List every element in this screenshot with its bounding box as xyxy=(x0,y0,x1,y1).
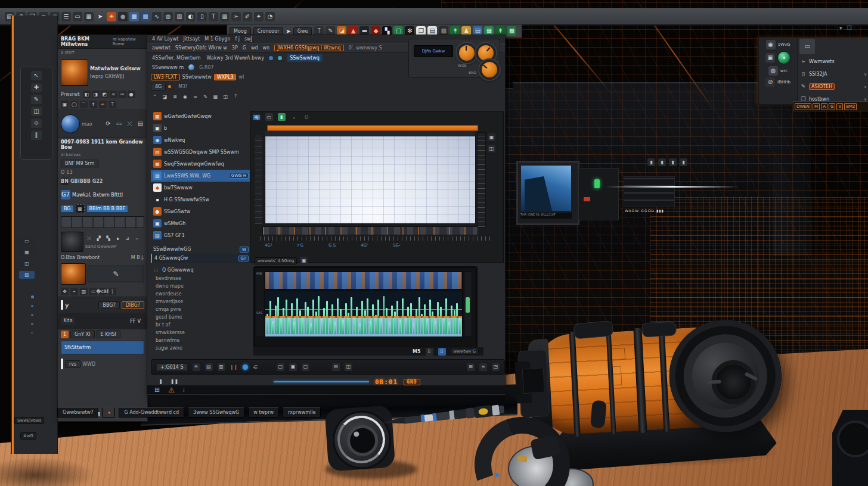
tab-topro[interactable]: w twprw xyxy=(248,407,279,418)
knob-1[interactable] xyxy=(457,43,477,63)
file-list-item[interactable]: br t af xyxy=(153,322,243,330)
globe-icon[interactable]: ◍ xyxy=(163,12,173,21)
record-blue-dot[interactable] xyxy=(243,364,248,370)
menu-row-3-chip[interactable]: SSwSwwtwq xyxy=(287,54,323,62)
file-list-item[interactable]: zmverdjase xyxy=(153,299,243,307)
tree-item-fill[interactable]: ▦ SwqFSwwwtwqwGwwfwq xyxy=(151,158,251,170)
cam-icon[interactable]: ▣ xyxy=(61,101,69,108)
file-list-item[interactable]: bevdrwsse xyxy=(153,276,243,284)
file-list-item[interactable]: barnwfme xyxy=(153,338,243,345)
dock-chip-4[interactable]: ▨ xyxy=(19,271,35,279)
text-icon[interactable]: T xyxy=(209,12,218,21)
solid-icon[interactable]: ∎ xyxy=(114,235,122,243)
material-row[interactable]: Matwlwbw Gxlsww Iwprp GXItWJIJ xyxy=(58,56,147,89)
wave-icon[interactable]: ∿ xyxy=(152,12,162,21)
progress-line[interactable] xyxy=(274,381,369,382)
draw-tool-icon[interactable]: ✎ xyxy=(31,95,42,104)
ghy-chip-2[interactable]: E KHSI xyxy=(97,331,120,338)
dock-chip-2[interactable]: ▦ xyxy=(19,248,35,256)
mix-icon[interactable]: ◩ xyxy=(101,91,108,98)
doc-icon[interactable]: ▯ xyxy=(197,12,207,21)
frame-icon[interactable]: ▭ xyxy=(115,120,123,128)
folder-sm-icon[interactable]: ◪ xyxy=(161,93,169,101)
pen-icon[interactable]: ✐ xyxy=(243,12,252,21)
dock-row-gem[interactable]: ▣ ✦ xyxy=(765,51,790,64)
caps-icon[interactable]: �câ€ xyxy=(99,288,107,295)
chip-mini-a[interactable]: O xyxy=(61,170,64,175)
blue-chip-1[interactable]: BG xyxy=(61,205,74,213)
filmstrip[interactable] xyxy=(61,216,144,228)
file-list-item[interactable]: dwne mape xyxy=(153,284,243,291)
tab-preamble[interactable]: rxprwwmlle xyxy=(283,407,321,418)
rows-icon[interactable]: ≡ xyxy=(479,363,487,371)
dock-dot[interactable] xyxy=(31,305,33,307)
dock-chip-3[interactable]: ◫ xyxy=(19,260,35,267)
menu-row-4-b[interactable]: G.R07 xyxy=(199,65,213,70)
popout-icon[interactable]: ▣ xyxy=(300,257,308,264)
mini-a[interactable]: Kda xyxy=(61,317,75,325)
panel-tab-chip[interactable]: ▭ xyxy=(799,39,815,54)
menu-item[interactable]: wd xyxy=(251,45,258,51)
ghy-chip-1[interactable]: GnY XI xyxy=(70,331,95,338)
grid-sm-icon[interactable]: ▦ xyxy=(212,93,219,101)
material-sphere[interactable] xyxy=(61,114,80,133)
dock-row-1[interactable]: ◉ 1WvG xyxy=(766,40,790,49)
star-icon[interactable]: ✦ xyxy=(254,12,264,21)
dock-row-2[interactable]: ◍ wrc xyxy=(768,66,788,76)
file-list-item[interactable]: cmqa pvre xyxy=(153,307,243,314)
send-icon[interactable]: ➤ xyxy=(95,12,105,21)
tree-item-selected[interactable]: ▧ LwwSSWS.WW, WG GWG H xyxy=(151,170,251,182)
shuffle-icon[interactable]: ⤬ xyxy=(126,120,134,128)
mic-icon[interactable]: ⍾ xyxy=(193,363,200,371)
dock2-icon[interactable]: ◫ xyxy=(345,363,352,371)
canvas-workspace[interactable] xyxy=(265,136,476,224)
selected-layer-row[interactable]: SfkSttwfrm xyxy=(61,341,144,354)
minimize-icon[interactable]: ▾ xyxy=(839,25,842,31)
curve-icon[interactable]: ⌒ xyxy=(80,101,88,108)
paint-thumb[interactable] xyxy=(61,263,86,285)
menu-item[interactable]: awwtwt xyxy=(152,45,170,51)
menu-item[interactable]: wn xyxy=(263,45,270,51)
menu-item[interactable]: 4 AV Laywt xyxy=(152,36,178,42)
monitor-icon[interactable]: ▭ xyxy=(73,12,82,21)
target-icon[interactable]: ✳ xyxy=(107,12,116,21)
tree-item-chips[interactable]: ▤ GS7 GF1 xyxy=(151,229,251,241)
orange-tab-chip[interactable]: OWEN xyxy=(795,103,811,110)
spectrogram-strip[interactable] xyxy=(265,272,463,289)
tree-item-mask[interactable]: ▣ b xyxy=(151,122,251,134)
file-list-item[interactable]: sugw awne xyxy=(153,345,243,353)
param-row-2[interactable]: 4 GSwwwqGw GT xyxy=(151,254,251,263)
cursor-icon[interactable]: ➣ xyxy=(231,12,241,21)
canvas-label-1[interactable]: 4G¹ xyxy=(265,243,272,248)
mask-icon[interactable]: ◧ xyxy=(83,91,91,98)
tree-chip-2[interactable]: WXPL3 xyxy=(214,74,237,80)
canvas-label-3[interactable]: G S xyxy=(328,243,336,248)
dock-dot[interactable] xyxy=(31,323,33,325)
canvas-top-chip[interactable]: 4J xyxy=(253,114,261,120)
pointer-tool-icon[interactable]: ↖ xyxy=(31,71,42,80)
canvas-tool-icon[interactable]: ▭ xyxy=(265,113,273,121)
rp-item-transform[interactable]: ➣ Wwmwwts xyxy=(799,55,867,68)
mini-b[interactable]: FF xyxy=(130,319,135,324)
orange-tab-chip[interactable]: A xyxy=(821,103,827,110)
send-icon[interactable]: ➤ xyxy=(286,28,290,35)
link-icon[interactable]: ∞ xyxy=(191,93,199,101)
slider-chip-1[interactable]: BBG? xyxy=(98,301,119,309)
quick-button-gwe[interactable]: Gwe xyxy=(293,27,312,35)
canvas-label-5[interactable]: SG› xyxy=(393,243,401,248)
qr-chip[interactable]: ▦ xyxy=(76,204,85,213)
trash-sm-icon[interactable]: ⍑ xyxy=(232,93,240,101)
bone-icon[interactable]: ✝ xyxy=(89,101,97,108)
tree-item-blue[interactable]: ▣ wSMwGh xyxy=(151,217,251,229)
menu-item[interactable]: M 1 Gbygn xyxy=(204,36,230,42)
tree-sub-chip[interactable]: 4G xyxy=(151,83,166,91)
pause-glyph[interactable]: ❘❘ xyxy=(230,364,238,370)
footer-grid-icon[interactable]: ⊞ xyxy=(154,386,160,394)
canvas-label-2[interactable]: r G xyxy=(297,243,304,248)
patch-icon[interactable]: ▧ xyxy=(80,288,88,295)
dock-dot[interactable] xyxy=(31,332,33,334)
tab-embedded[interactable]: Gwwbwwtw? xyxy=(57,407,98,418)
menu-row-4-a[interactable]: SSwwwww m xyxy=(152,65,184,70)
menu-item[interactable]: f j xyxy=(235,36,240,42)
book-icon[interactable]: ▤ xyxy=(137,120,144,128)
